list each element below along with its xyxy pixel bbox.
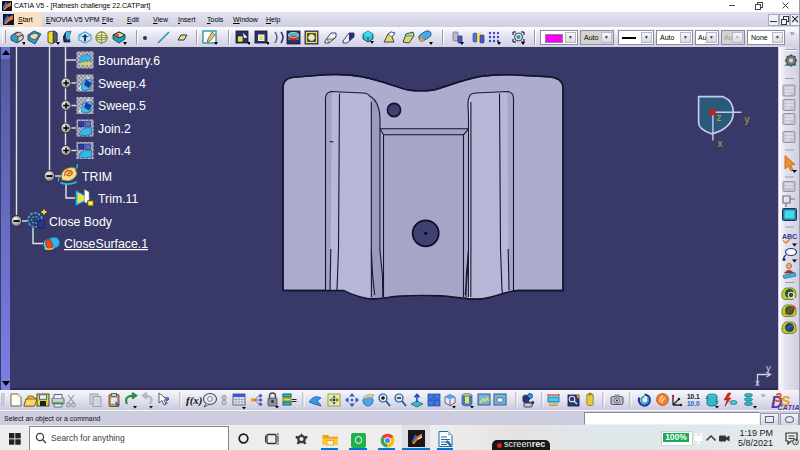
svg-text:f(x): f(x) <box>186 394 203 407</box>
svg-text:3: 3 <box>775 391 782 405</box>
svg-text:Join.4: Join.4 <box>98 144 131 158</box>
svg-text:Join.2: Join.2 <box>98 122 131 136</box>
svg-text:=: = <box>292 396 297 406</box>
svg-text:x: x <box>755 377 760 388</box>
svg-text:»: » <box>761 391 766 400</box>
svg-text:CloseSurface.1: CloseSurface.1 <box>64 237 148 251</box>
svg-text:Trim.11: Trim.11 <box>98 192 138 206</box>
svg-text:10.0: 10.0 <box>687 400 700 407</box>
svg-text:Sweep.5: Sweep.5 <box>98 99 146 113</box>
svg-text:Boundary.6: Boundary.6 <box>98 54 160 68</box>
svg-text:10.1: 10.1 <box>687 393 700 400</box>
svg-text:?: ? <box>164 394 170 406</box>
svg-text:TRIM: TRIM <box>82 170 112 184</box>
svg-text:x: x <box>718 138 723 149</box>
svg-text:Sweep.4: Sweep.4 <box>98 77 146 91</box>
svg-text:Close Body: Close Body <box>49 215 113 229</box>
svg-text:y: y <box>745 114 750 125</box>
svg-text:z: z <box>717 112 722 123</box>
svg-text:y: y <box>766 362 771 373</box>
